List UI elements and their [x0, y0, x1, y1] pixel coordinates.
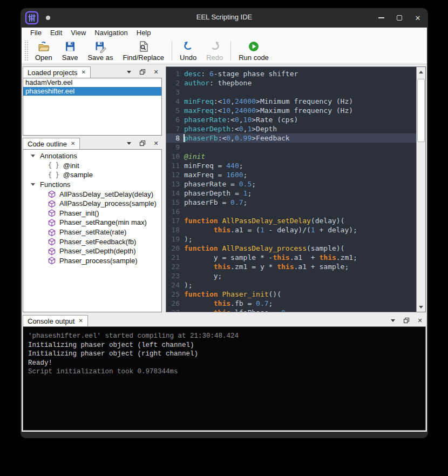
outline-item[interactable]: Phaser_process(sample) [23, 256, 161, 266]
code-text: this.a1 = (1 - delay)/(1 + delay); [184, 225, 357, 234]
code-line[interactable]: 12maxFreq = 1600; [166, 170, 416, 179]
code-line[interactable]: 9 [166, 143, 416, 152]
outline-item[interactable]: Phaser_setFeedback(fb) [23, 237, 161, 246]
code-line[interactable]: 19); [166, 234, 416, 244]
project-list-item[interactable]: phaseshifter.eel [23, 87, 161, 96]
cube-icon [48, 257, 56, 264]
save-button[interactable]: Save [57, 39, 83, 63]
code-line[interactable]: 17function AllPassDelay_setDelay(delay)( [166, 216, 416, 225]
code-line[interactable]: 18 this.a1 = (1 - delay)/(1 + delay); [166, 225, 416, 234]
code-line[interactable]: 25function Phaser_init()( [166, 290, 416, 299]
tab-loaded-projects[interactable]: Loaded projects ✕ [23, 66, 91, 78]
outline-item[interactable]: Phaser_setRate(rate) [23, 227, 161, 237]
code-line[interactable]: 5maxFreq:<10,24000>Maximum frequency (Hz… [166, 106, 416, 115]
editor-text-area[interactable]: 1desc: 6-stage phase shifter2author: the… [166, 67, 416, 312]
panel-menu-button[interactable] [125, 68, 133, 76]
tab-console-output[interactable]: Console output ✕ [23, 315, 88, 326]
menu-view[interactable]: View [66, 28, 90, 37]
maximize-button[interactable] [395, 13, 404, 23]
panel-menu-button[interactable] [125, 139, 133, 147]
code-line[interactable]: 10@init [166, 152, 416, 161]
redo-button[interactable]: Redo [201, 39, 228, 63]
scroll-down-button[interactable] [417, 303, 425, 311]
run-code-button[interactable]: Run code [234, 39, 274, 63]
close-panel-button[interactable]: ✕ [152, 68, 160, 76]
code-line[interactable]: 23 y; [166, 271, 416, 280]
menu-bar: FileEditViewNavigationHelp [22, 28, 427, 38]
code-line[interactable]: 6phaserRate:<0,10>Rate (cps) [166, 115, 416, 124]
editor-scrollbar[interactable] [416, 67, 425, 312]
outline-item[interactable]: Phaser_setDepth(depth) [23, 246, 161, 256]
code-line[interactable]: 4minFreq:<10,24000>Minimum frequency (Hz… [166, 97, 416, 106]
outline-item-label: Phaser_setRate(rate) [59, 228, 126, 236]
console-text[interactable]: 'phaseshifter.eel' started compiling at … [23, 326, 426, 431]
code-line[interactable]: 21 y = sample * -this.a1 + this.zm1; [166, 253, 416, 262]
outline-item-label: Phaser_setDepth(depth) [59, 247, 136, 255]
outline-group[interactable]: Functions [23, 180, 161, 190]
outline-tree[interactable]: Annotations{ }@init{ }@sampleFunctionsAl… [23, 149, 162, 312]
code-line[interactable]: 7phaserDepth:<0,1>Depth [166, 124, 416, 133]
outline-item[interactable]: AllPassDelay_setDelay(delay) [23, 189, 161, 199]
code-text: y = sample * -this.a1 + this.zm1; [184, 253, 357, 262]
line-number: 11 [166, 161, 180, 170]
code-line[interactable]: 27 this.lfoPhase = 0; [166, 308, 416, 312]
code-line[interactable]: 14phaserDepth = 1; [166, 189, 416, 198]
outline-item[interactable]: AllPassDelay_process(sample) [23, 199, 161, 209]
save-as-button[interactable]: Save as [83, 39, 118, 63]
minimize-button[interactable] [376, 13, 386, 23]
code-line[interactable]: 11minFreq = 440; [166, 161, 416, 170]
tab-code-outline[interactable]: Code outline ✕ [23, 138, 80, 149]
find-replace-button[interactable]: Find/Replace [118, 39, 169, 63]
line-number: 27 [166, 308, 180, 312]
close-tab-icon[interactable]: ✕ [78, 318, 83, 324]
outline-group[interactable]: Annotations [23, 151, 161, 161]
projects-list[interactable]: hadamVerb.eelphaseshifter.eel [23, 78, 162, 136]
close-panel-button[interactable]: ✕ [152, 139, 160, 147]
outline-item[interactable]: { }@init [23, 161, 161, 171]
undo-button[interactable]: Undo [175, 39, 201, 63]
code-line[interactable]: 24); [166, 280, 416, 290]
code-line[interactable]: 26 this.fb = 0.7; [166, 299, 416, 308]
cube-icon [48, 190, 56, 198]
open-button[interactable]: Open [30, 39, 57, 63]
code-line[interactable]: 8phaserFb:<0,0.99>Feedback [166, 133, 416, 143]
menu-help[interactable]: Help [132, 28, 155, 37]
line-number: 8 [166, 133, 180, 143]
project-list-item[interactable]: hadamVerb.eel [23, 78, 161, 87]
close-tab-icon[interactable]: ✕ [82, 70, 86, 75]
tree-collapse-icon[interactable] [31, 155, 35, 157]
panel-menu-button[interactable] [389, 317, 397, 324]
scroll-up-button[interactable] [417, 68, 425, 76]
code-line[interactable]: 13phaserRate = 0.5; [166, 179, 416, 189]
float-panel-button[interactable] [139, 139, 146, 147]
code-line[interactable]: 1desc: 6-stage phase shifter [166, 69, 416, 78]
outline-item[interactable]: { }@sample [23, 170, 161, 180]
window-content: FileEditViewNavigationHelp Open [22, 28, 427, 432]
line-number: 20 [166, 244, 180, 253]
toolbar-drag-handle[interactable] [24, 41, 28, 61]
tree-collapse-icon[interactable] [31, 183, 35, 186]
code-line[interactable]: 2author: thepbone [166, 78, 416, 88]
float-panel-button[interactable] [403, 317, 410, 324]
close-panel-button[interactable]: ✕ [416, 317, 424, 324]
close-window-button[interactable]: ✕ [413, 13, 423, 23]
code-line[interactable]: 16 [166, 207, 416, 216]
code-line[interactable]: 15phaserFb = 0.7; [166, 198, 416, 207]
window-titlebar[interactable]: EEL Scripting IDE ✕ [21, 8, 428, 28]
close-tab-icon[interactable]: ✕ [71, 141, 75, 146]
menu-navigation[interactable]: Navigation [90, 28, 132, 37]
toolbar: Open Save [22, 38, 427, 64]
menu-file[interactable]: File [26, 28, 46, 37]
outline-item[interactable]: Phaser_init() [23, 209, 161, 218]
code-line[interactable]: 20function AllPassDelay_process(sample)( [166, 244, 416, 253]
code-line[interactable]: 22 this.zm1 = y * this.a1 + sample; [166, 262, 416, 271]
menu-edit[interactable]: Edit [46, 28, 66, 37]
line-number: 9 [166, 143, 180, 152]
scrollbar-thumb[interactable] [417, 79, 425, 142]
outline-item[interactable]: Phaser_setRange(min max) [23, 218, 161, 227]
code-editor[interactable]: 1desc: 6-stage phase shifter2author: the… [166, 66, 426, 312]
float-panel-button[interactable] [139, 68, 146, 76]
code-line[interactable]: 3 [166, 88, 416, 97]
code-text: maxFreq:<10,24000>Maximum frequency (Hz) [184, 106, 353, 115]
braces-icon: { } [48, 171, 59, 179]
